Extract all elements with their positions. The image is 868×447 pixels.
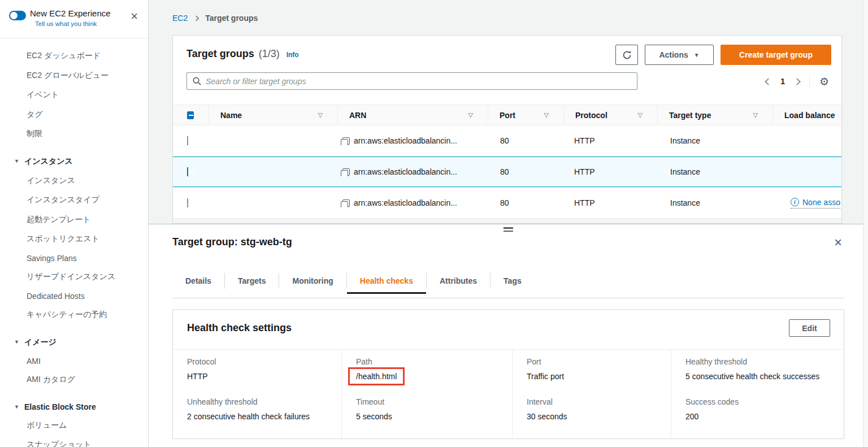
none-associated-link[interactable]: i None asso: [791, 198, 840, 209]
pagination-divider: [809, 74, 810, 89]
sidebar-item-launch-templates[interactable]: 起動テンプレート: [0, 210, 148, 230]
sidebar-item-ec2-dashboard[interactable]: EC2 ダッシュボード: [0, 46, 148, 66]
table-clipped-row: [173, 219, 842, 224]
search-box: [186, 72, 637, 90]
column-header-name[interactable]: Name▽: [209, 105, 337, 125]
sidebar-item-instance-types[interactable]: インスタンスタイプ: [0, 190, 148, 210]
column-header-protocol[interactable]: Protocol▽: [563, 105, 657, 125]
sidebar-section-ebs[interactable]: ▼Elastic Block Store: [0, 397, 148, 416]
split-panel-drag-handle[interactable]: [504, 227, 513, 233]
breadcrumb-ec2-link[interactable]: EC2: [172, 14, 188, 23]
sidebar-item-reserved-instances[interactable]: リザーブドインスタンス: [0, 267, 148, 287]
row-checkbox-checked[interactable]: [187, 167, 188, 176]
breadcrumb-current: Target groups: [205, 14, 258, 23]
target-groups-title-row: Target groups (1/3) Info: [186, 48, 299, 60]
path-highlight-annotation: /health.html: [348, 367, 405, 385]
port-value: 80: [488, 198, 563, 207]
tab-tags[interactable]: Tags: [491, 268, 535, 293]
sidebar-item-ec2-global-view[interactable]: EC2 グローバルビュー: [0, 66, 148, 86]
refresh-button[interactable]: [615, 45, 638, 65]
sidebar-section-instances[interactable]: ▼インスタンス: [0, 151, 148, 171]
arn-text: arn:aws:elasticloadbalancin...: [354, 167, 457, 176]
field-timeout: Timeout 5 seconds: [356, 397, 506, 421]
pagination: 1 ⚙: [766, 74, 829, 89]
breadcrumb: EC2 Target groups: [172, 14, 258, 23]
sidebar-item-events[interactable]: イベント: [0, 85, 148, 105]
next-page-icon[interactable]: [793, 78, 801, 85]
column-header-target-type[interactable]: Target type▽: [657, 105, 772, 125]
sidebar-header: New EC2 Experience Tell us what you thin…: [0, 0, 148, 38]
sidebar-item-volumes[interactable]: ボリューム: [0, 416, 148, 436]
actions-button[interactable]: Actions ▼: [645, 45, 714, 65]
previous-page-icon[interactable]: [765, 78, 772, 85]
search-input[interactable]: [206, 77, 631, 86]
tab-attributes[interactable]: Attributes: [427, 268, 490, 293]
detail-panel-close-icon[interactable]: ×: [834, 236, 842, 249]
card-title: Health check settings: [187, 322, 292, 334]
tabs-divider: [172, 298, 844, 298]
column-header-port[interactable]: Port▽: [488, 105, 563, 125]
toolbar: Actions ▼ Create target group: [615, 45, 831, 65]
row-checkbox[interactable]: [187, 136, 188, 145]
new-experience-label: New EC2 Experience: [30, 8, 111, 18]
field-port: Port Traffic port: [527, 357, 665, 381]
table-row: arn:aws:elasticloadbalancin... 80 HTTP I…: [173, 125, 842, 157]
sidebar-item-tags[interactable]: タグ: [0, 105, 148, 125]
section-caret-icon: ▼: [14, 404, 19, 410]
sidebar-item-spot-requests[interactable]: スポットリクエスト: [0, 229, 148, 249]
main-content: EC2 Target groups Target groups (1/3) In…: [149, 0, 868, 447]
protocol-value: HTTP: [563, 198, 657, 207]
select-all-checkbox[interactable]: [187, 111, 194, 119]
target-type-value: Instance: [657, 198, 772, 207]
selection-count: (1/3): [259, 48, 280, 60]
feedback-link[interactable]: Tell us what you think: [35, 20, 97, 27]
sort-icon[interactable]: ▽: [468, 111, 473, 119]
sort-icon[interactable]: ▽: [638, 111, 643, 119]
settings-gear-icon[interactable]: ⚙: [819, 76, 829, 87]
sidebar-item-savings-plans[interactable]: Savings Plans: [0, 249, 148, 268]
sidebar-item-instances[interactable]: インスタンス: [0, 171, 148, 191]
copy-icon[interactable]: [342, 168, 350, 176]
table-header-row: Name▽ ARN▽ Port▽ Protocol▽ Target type▽ …: [173, 105, 842, 125]
sidebar-nav: EC2 ダッシュボード EC2 グローバルビュー イベント タグ 制限 ▼インス…: [0, 38, 148, 447]
sidebar-item-ami-catalog[interactable]: AMI カタログ: [0, 370, 148, 390]
sidebar-item-ami[interactable]: AMI: [0, 352, 148, 371]
field-interval: Interval 30 seconds: [527, 397, 665, 421]
tab-health-checks[interactable]: Health checks: [347, 268, 426, 293]
target-groups-table: Name▽ ARN▽ Port▽ Protocol▽ Target type▽ …: [173, 105, 842, 224]
page-scrollbar[interactable]: [863, 0, 868, 447]
page-number[interactable]: 1: [780, 77, 785, 86]
toggle-knob-icon: [10, 12, 18, 19]
sort-icon[interactable]: ▽: [753, 111, 758, 119]
info-link[interactable]: Info: [287, 51, 299, 59]
arn-text: arn:aws:elasticloadbalancin...: [354, 136, 457, 145]
tab-targets[interactable]: Targets: [225, 268, 279, 293]
new-experience-toggle[interactable]: [9, 11, 26, 20]
sidebar-item-capacity-reservations[interactable]: キャパシティーの予約: [0, 305, 148, 325]
detail-tabs: Details Targets Monitoring Health checks…: [172, 268, 535, 293]
create-target-group-button[interactable]: Create target group: [721, 45, 831, 65]
arn-text: arn:aws:elasticloadbalancin...: [354, 198, 457, 207]
tab-monitoring[interactable]: Monitoring: [279, 268, 346, 293]
protocol-value: HTTP: [563, 136, 657, 145]
copy-icon[interactable]: [342, 137, 350, 145]
sidebar-item-snapshots[interactable]: スナップショット: [0, 435, 148, 447]
edit-button[interactable]: Edit: [789, 319, 830, 337]
sort-icon[interactable]: ▽: [544, 111, 549, 119]
sidebar-close-icon[interactable]: ×: [131, 10, 138, 23]
copy-icon[interactable]: [342, 199, 350, 207]
target-type-value: Instance: [657, 136, 772, 145]
field-unhealthy-threshold: Unhealthy threshold 2 consecutive health…: [187, 397, 336, 421]
sidebar-item-limits[interactable]: 制限: [0, 124, 148, 144]
sidebar-item-dedicated-hosts[interactable]: Dedicated Hosts: [0, 287, 148, 306]
row-checkbox[interactable]: [187, 198, 188, 207]
search-icon: [193, 77, 201, 85]
sort-icon[interactable]: ▽: [318, 111, 323, 119]
detail-split-panel: Target group: stg-web-tg × Details Targe…: [149, 224, 868, 447]
column-header-load-balancer[interactable]: Load balance: [772, 105, 842, 125]
protocol-value: HTTP: [563, 167, 657, 176]
health-check-grid: Protocol HTTP Unhealthy threshold 2 cons…: [173, 350, 844, 439]
column-header-arn[interactable]: ARN▽: [337, 105, 488, 125]
tab-details[interactable]: Details: [172, 268, 224, 293]
sidebar-section-images[interactable]: ▼イメージ: [0, 332, 148, 352]
